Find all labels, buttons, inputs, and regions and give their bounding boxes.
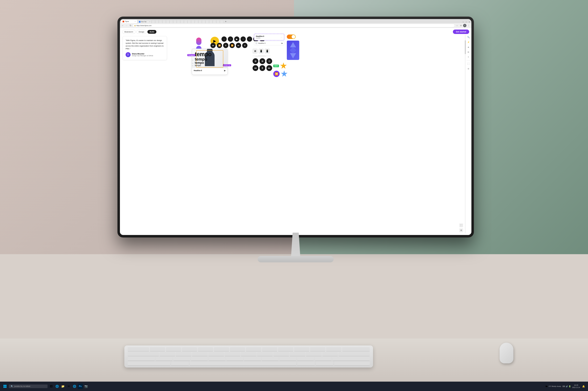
back-button[interactable]: ←	[121, 24, 124, 27]
ctrl-circle-2[interactable]: ⊕	[259, 58, 265, 64]
phone-icon[interactable]: 📱	[265, 49, 270, 54]
ctrl-circle-3[interactable]: ⊙	[266, 58, 272, 64]
address-bar[interactable]: 🔒 https://www.figma.com	[133, 24, 455, 27]
keyboard	[124, 345, 373, 373]
ctrl-arrow2[interactable]: →	[228, 36, 233, 42]
taskbar-gallery-icon[interactable]: 🖼	[49, 384, 54, 389]
ctrl-pause[interactable]: ⏸	[223, 43, 228, 48]
tab-build[interactable]: Build	[147, 30, 156, 34]
tab-design[interactable]: Design	[136, 30, 147, 34]
windows-start-btn[interactable]	[2, 384, 8, 389]
sidebar-search-icon[interactable]: 🔍	[467, 35, 470, 39]
ctrl-arrow4[interactable]: →	[247, 36, 252, 42]
refresh-button[interactable]: ↻	[129, 24, 132, 27]
canvas-scrollbar[interactable]	[465, 35, 466, 234]
browser-profile-icon[interactable]: U	[463, 24, 467, 27]
ctrl-play2[interactable]: ▶	[234, 36, 239, 42]
svg-rect-2	[3, 387, 5, 388]
tab-label: Figma	[125, 21, 129, 22]
ctrl-circle-4[interactable]: ⏮	[252, 65, 258, 71]
toggle-thumb	[292, 35, 295, 38]
browser-tab-new[interactable]: New Tab ×	[138, 20, 151, 23]
bottom-headline-strip: Headline 6 ▶	[254, 41, 284, 45]
ctrl-ff[interactable]: ⏩	[230, 43, 235, 48]
tray-clock: 14:15 2022-12-14	[572, 384, 580, 389]
scrollbar-thumb[interactable]	[465, 40, 466, 54]
tray-network-icon[interactable]: ⌨	[563, 385, 565, 388]
typo-h1-text: tempo	[195, 51, 212, 57]
canvas-expand-icon[interactable]: ⛶	[459, 223, 463, 227]
sidebar-asset-icon[interactable]: ◈	[467, 45, 470, 49]
ctrl-circle-6[interactable]: ⏭	[266, 65, 272, 71]
browser-tab-figma[interactable]: Figma ×	[121, 20, 137, 23]
headline-menu-icon[interactable]: ···	[281, 36, 282, 38]
typo-h3-text: tempo	[195, 61, 204, 64]
toggle-component[interactable]	[287, 34, 296, 39]
new-tab-button[interactable]: +	[224, 20, 228, 23]
monitor-icon[interactable]: 🖥	[252, 49, 257, 54]
figma-top-nav: Brainstorm Design Build Get started	[122, 29, 469, 34]
star-icon-gold[interactable]	[280, 62, 287, 69]
ctrl-circle-5[interactable]: ⏸	[259, 65, 265, 71]
win-close-btn[interactable]: ×	[468, 21, 470, 23]
device-icons-row: 🖥 📱 📱	[252, 49, 272, 54]
typo-label-h2: H2	[192, 60, 194, 61]
search-placeholder-text: Įveskite čia, ko ieškoti	[14, 385, 30, 387]
toggle-track[interactable]	[287, 34, 296, 39]
tablet-icon[interactable]: 📱	[259, 49, 264, 54]
taskbar-chrome-icon[interactable]: 🌐	[72, 384, 77, 389]
sidebar-expand-icon[interactable]: ⛶	[467, 62, 470, 65]
taskbar-extra-icon[interactable]: 📷	[83, 384, 89, 389]
svg-rect-3	[5, 387, 6, 388]
taskbar-ps-icon[interactable]: Ps	[78, 384, 83, 389]
typo-row-h1: H1 tempo	[192, 51, 212, 57]
tab-close-icon[interactable]: ×	[135, 21, 135, 22]
sidebar-settings-icon[interactable]: ⚙	[467, 67, 470, 70]
taskbar-app-icons: 🖼 🌐 📁 ✉ 🌐 Ps 📷	[49, 384, 544, 389]
icon-controls-area: 🖥 📱 📱 ⊕ ⊕	[252, 49, 272, 71]
ctrl-circle-1[interactable]: ⊕	[252, 58, 258, 64]
browser-star-icon[interactable]: ☆	[455, 24, 459, 27]
taskbar-search-bar[interactable]: 🔍 Įveskite čia, ko ieškoti	[9, 385, 48, 388]
forward-button[interactable]: →	[125, 24, 128, 27]
browser-ext-icon[interactable]: ⚙	[459, 24, 463, 27]
ctrl-skip-back[interactable]: ⏮	[210, 43, 216, 48]
large-ctrl-row2: ⏮ ⏸ ⏭	[252, 65, 272, 71]
monitor-outer: Figma × New Tab ×	[118, 16, 474, 268]
badge-row1: NEW!	[273, 62, 288, 69]
typo-label-h4: H4	[192, 65, 194, 66]
taskbar-edge-icon[interactable]: 🌐	[54, 384, 60, 389]
ctrl-arrow1[interactable]: →	[222, 36, 227, 42]
mp-play-icon[interactable]: ▶	[224, 69, 226, 72]
tray-battery-icon[interactable]: 🔋	[569, 385, 571, 388]
ctrl-stop[interactable]: ⏸	[242, 43, 247, 48]
ctrl-arrow3[interactable]: →	[240, 36, 246, 42]
win-minimize[interactable]: ─	[462, 21, 465, 23]
waveform-lines	[252, 55, 270, 57]
taskbar-mail-icon[interactable]: ✉	[66, 384, 71, 389]
taskbar-folder-icon[interactable]: 📁	[60, 384, 66, 389]
typo-h4-text: tempo	[195, 64, 201, 67]
sidebar-layer-icon[interactable]: ⊞	[467, 50, 470, 54]
windows-logo-icon	[3, 385, 7, 388]
sidebar-plus-icon[interactable]: +	[467, 55, 470, 59]
hrow-play-icon[interactable]: ▶	[282, 42, 283, 44]
monitor-base	[258, 256, 334, 262]
tray-notification-icon[interactable]: 🔔	[581, 384, 586, 389]
sidebar-plugin-icon[interactable]: ⚡	[467, 40, 470, 44]
headline-component-dashed: Headline 6 Subtitle ···	[254, 34, 284, 40]
hrow-label: Headline 6	[258, 42, 265, 44]
badge-row2: ⏪	[273, 70, 288, 77]
tab-brainstorm[interactable]: Brainstorm	[122, 30, 135, 34]
win-maximize[interactable]: □	[465, 21, 468, 23]
ctrl-skip-fwd[interactable]: ⏭	[236, 43, 241, 48]
get-started-button[interactable]: Get started	[453, 29, 469, 34]
typo-label-h3: H3	[192, 63, 194, 64]
browser-menu-icon[interactable]: ⋮	[467, 24, 470, 27]
tab2-close-icon[interactable]: ×	[149, 21, 150, 22]
tray-sound-icon[interactable]: 🔊	[566, 385, 568, 388]
canvas-settings-icon[interactable]: ⚙	[459, 228, 463, 232]
typo-label-h1: H1	[192, 55, 194, 56]
rewind-circle[interactable]: ⏪	[273, 71, 280, 77]
ctrl-rew[interactable]: ⏪	[217, 43, 222, 48]
